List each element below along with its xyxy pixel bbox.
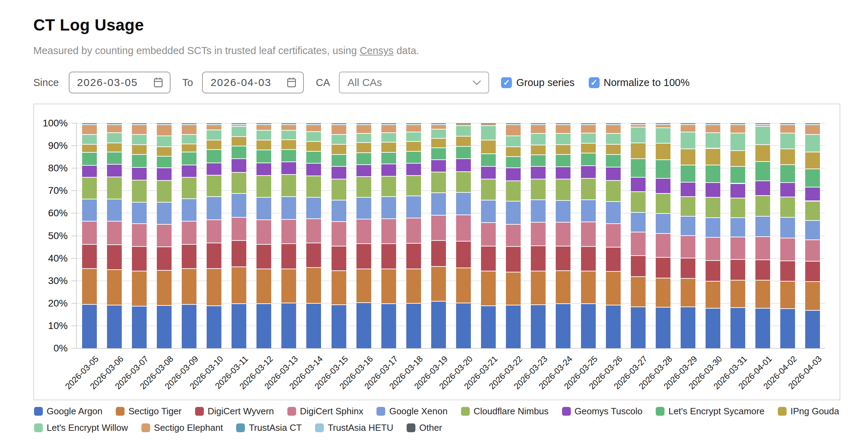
bar-segment[interactable] <box>381 123 396 124</box>
bar-segment[interactable] <box>755 280 770 308</box>
bar-segment[interactable] <box>107 124 122 124</box>
bar-segment[interactable] <box>107 244 122 269</box>
calendar-icon[interactable] <box>153 77 163 88</box>
bar-segment[interactable] <box>182 144 196 152</box>
bar-segment[interactable] <box>82 152 97 165</box>
bar-segment[interactable] <box>706 148 720 165</box>
bar-segment[interactable] <box>805 134 820 152</box>
bar-segment[interactable] <box>107 123 122 124</box>
bar-segment[interactable] <box>805 124 820 134</box>
bar-segment[interactable] <box>406 269 421 303</box>
bar-segment[interactable] <box>456 268 471 303</box>
bar-segment[interactable] <box>730 183 745 198</box>
bar-segment[interactable] <box>381 176 396 196</box>
bar-segment[interactable] <box>406 163 421 175</box>
bar-segment[interactable] <box>506 272 521 305</box>
legend-item[interactable]: TrustAsia HETU <box>315 422 393 433</box>
bar-segment[interactable] <box>531 124 546 124</box>
bar-segment[interactable] <box>132 124 147 134</box>
bar-segment[interactable] <box>406 123 421 124</box>
bar-segment[interactable] <box>780 149 795 164</box>
legend-item[interactable]: Other <box>407 422 442 433</box>
bar-segment[interactable] <box>681 278 695 307</box>
bar-segment[interactable] <box>332 179 346 200</box>
bar-segment[interactable] <box>631 143 646 158</box>
bar-segment[interactable] <box>232 158 246 172</box>
bar-segment[interactable] <box>182 244 196 268</box>
bar-segment[interactable] <box>755 161 770 180</box>
bar-segment[interactable] <box>531 133 546 145</box>
bar-segment[interactable] <box>431 215 446 240</box>
bar-segment[interactable] <box>755 124 770 124</box>
bar-segment[interactable] <box>456 192 471 215</box>
bar-segment[interactable] <box>107 152 122 164</box>
bar-segment[interactable] <box>157 156 172 167</box>
bar-segment[interactable] <box>681 235 695 258</box>
bar-segment[interactable] <box>381 303 396 348</box>
bar-segment[interactable] <box>431 123 446 124</box>
legend-item[interactable]: Cloudflare Nimbus <box>461 406 549 417</box>
bar-segment[interactable] <box>456 124 471 126</box>
bar-segment[interactable] <box>107 305 122 348</box>
bar-segment[interactable] <box>107 199 122 220</box>
to-date-input[interactable]: 2026-04-03 <box>202 72 304 93</box>
bar-segment[interactable] <box>531 199 546 222</box>
bar-segment[interactable] <box>730 166 745 183</box>
bar-segment[interactable] <box>157 124 172 124</box>
bar-segment[interactable] <box>82 177 97 199</box>
normalize-toggle[interactable]: ✓ Normalize to 100% <box>589 77 690 88</box>
bar-segment[interactable] <box>306 131 321 141</box>
bar-segment[interactable] <box>431 266 446 301</box>
bar-segment[interactable] <box>581 124 596 124</box>
bar-segment[interactable] <box>506 224 521 246</box>
bar-segment[interactable] <box>456 303 471 348</box>
bar-segment[interactable] <box>356 133 371 142</box>
bar-segment[interactable] <box>182 165 196 177</box>
bar-segment[interactable] <box>805 220 820 239</box>
bar-segment[interactable] <box>256 140 271 150</box>
bar-segment[interactable] <box>306 124 321 132</box>
bar-segment[interactable] <box>706 132 720 148</box>
bar-segment[interactable] <box>755 259 770 280</box>
bar-segment[interactable] <box>157 202 172 224</box>
bar-segment[interactable] <box>581 199 596 222</box>
bar-segment[interactable] <box>755 308 770 348</box>
bar-segment[interactable] <box>556 166 570 179</box>
bar-segment[interactable] <box>356 302 371 348</box>
bar-segment[interactable] <box>631 123 646 124</box>
legend-item[interactable]: TrustAsia CT <box>236 422 302 433</box>
bar-segment[interactable] <box>780 124 795 133</box>
bar-segment[interactable] <box>706 124 720 124</box>
legend-item[interactable]: Let's Encrypt Sycamore <box>656 406 764 417</box>
bar-segment[interactable] <box>207 124 221 124</box>
bar-segment[interactable] <box>805 239 820 261</box>
bar-segment[interactable] <box>706 281 720 308</box>
bar-segment[interactable] <box>356 269 371 302</box>
bar-segment[interactable] <box>431 124 446 124</box>
bar-segment[interactable] <box>256 269 271 303</box>
bar-segment[interactable] <box>656 143 670 159</box>
bar-segment[interactable] <box>306 123 321 124</box>
bar-segment[interactable] <box>581 222 596 246</box>
group-series-checkbox[interactable]: ✓ <box>501 77 512 88</box>
bar-segment[interactable] <box>556 124 570 124</box>
bar-segment[interactable] <box>606 180 621 202</box>
bar-segment[interactable] <box>556 200 570 222</box>
bar-segment[interactable] <box>281 219 296 243</box>
bar-segment[interactable] <box>431 301 446 348</box>
bar-segment[interactable] <box>157 146 172 156</box>
bar-segment[interactable] <box>406 151 421 163</box>
legend-item[interactable]: Sectigo Elephant <box>141 422 223 433</box>
bar-segment[interactable] <box>207 219 221 243</box>
bar-segment[interactable] <box>606 305 621 348</box>
bar-segment[interactable] <box>82 304 97 348</box>
bar-segment[interactable] <box>780 124 795 124</box>
bar-segment[interactable] <box>581 133 596 143</box>
bar-segment[interactable] <box>556 123 570 124</box>
bar-segment[interactable] <box>306 124 321 124</box>
bar-segment[interactable] <box>681 182 695 196</box>
bar-segment[interactable] <box>631 124 646 124</box>
bar-segment[interactable] <box>207 140 221 150</box>
bar-segment[interactable] <box>256 219 271 244</box>
bar-segment[interactable] <box>356 152 371 164</box>
